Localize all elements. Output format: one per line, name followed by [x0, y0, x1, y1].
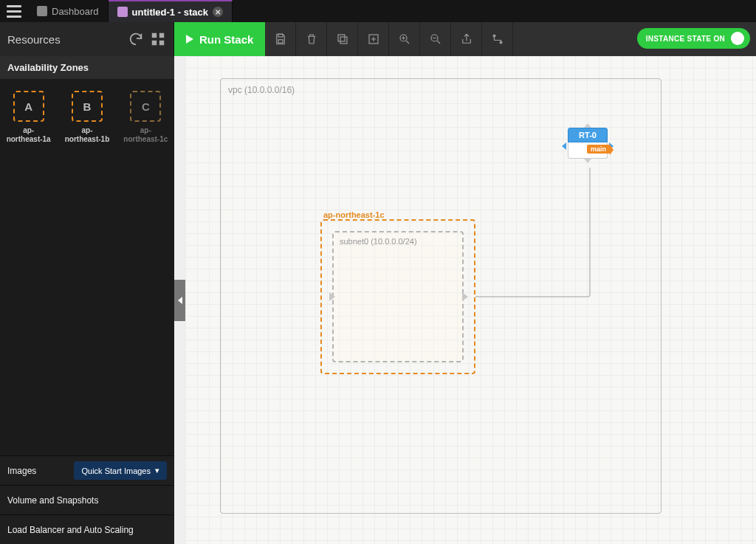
duplicate-button[interactable]	[327, 22, 358, 56]
svg-rect-0	[152, 33, 157, 38]
panel-volumes[interactable]: Volume and Snapshots	[0, 485, 174, 514]
svg-rect-1	[159, 33, 164, 38]
panel-images[interactable]: Images Quick Start Images ▾	[0, 455, 174, 485]
close-icon[interactable]: ✕	[213, 7, 223, 17]
panel-lb-label: Load Balancer and Auto Scaling	[7, 525, 134, 535]
svg-point-11	[493, 35, 495, 37]
sidebar: Availability Zones A ap-northeast-1a B a…	[0, 56, 174, 544]
instance-state-toggle[interactable]: INSTANCE STATE ON	[637, 28, 750, 49]
subnet-box[interactable]: subnet0 (10.0.0.0/24)	[332, 231, 464, 362]
caret-down-icon: ▾	[155, 466, 159, 475]
az-box: C	[130, 91, 161, 122]
route-table-node[interactable]: RT-0 main	[568, 123, 608, 163]
az-item-a[interactable]: A ap-northeast-1a	[6, 91, 51, 144]
svg-rect-4	[278, 34, 283, 37]
add-button[interactable]	[358, 22, 389, 56]
svg-rect-5	[278, 40, 283, 44]
rt-port-down-icon[interactable]	[584, 159, 591, 163]
play-icon	[186, 35, 193, 44]
grid-icon[interactable]	[150, 31, 166, 47]
run-stack-button[interactable]: Run Stack	[174, 22, 265, 56]
rt-port-left-icon[interactable]	[562, 142, 566, 150]
tab-dashboard-label: Dashboard	[52, 6, 99, 17]
az-box: A	[13, 91, 44, 122]
zoom-in-button[interactable]	[389, 22, 420, 56]
tab-stack-label: untitled-1 - stack	[132, 7, 208, 18]
vpc-container[interactable]: vpc (10.0.0.0/16) ap-northeast-1c subnet…	[220, 78, 662, 514]
subnet-label: subnet0 (10.0.0.0/24)	[340, 237, 456, 246]
section-availability-zones[interactable]: Availability Zones	[0, 56, 174, 79]
svg-rect-3	[159, 41, 164, 45]
panel-loadbalancer[interactable]: Load Balancer and Auto Scaling	[0, 514, 174, 544]
collapse-sidebar-handle[interactable]	[174, 280, 185, 321]
az-zone[interactable]: ap-northeast-1c subnet0 (10.0.0.0/24)	[320, 219, 475, 374]
save-button[interactable]	[265, 22, 296, 56]
svg-point-12	[500, 41, 502, 44]
subnet-port-left-icon[interactable]	[329, 292, 335, 301]
az-label: ap-northeast-1a	[6, 126, 51, 144]
panel-images-label: Images	[7, 466, 36, 476]
sidebar-title: Resources	[7, 33, 122, 46]
tab-dashboard[interactable]: Dashboard	[28, 0, 109, 22]
az-item-c[interactable]: C ap-northeast-1c	[123, 91, 168, 144]
zoom-out-button[interactable]	[420, 22, 451, 56]
tab-stack[interactable]: untitled-1 - stack ✕	[109, 0, 233, 22]
instance-state-label: INSTANCE STATE ON	[646, 35, 725, 43]
az-box: B	[72, 91, 103, 122]
run-stack-label: Run Stack	[199, 33, 253, 46]
quick-start-images-button[interactable]: Quick Start Images ▾	[74, 461, 167, 480]
refresh-icon[interactable]	[128, 31, 144, 47]
export-button[interactable]	[451, 22, 482, 56]
canvas[interactable]: vpc (10.0.0.0/16) ap-northeast-1c subnet…	[185, 56, 756, 544]
toggle-knob	[731, 32, 744, 45]
stack-icon	[117, 7, 128, 17]
rt-name: RT-0	[568, 128, 608, 142]
connections-button[interactable]	[482, 22, 513, 56]
az-item-b[interactable]: B ap-northeast-1b	[64, 91, 109, 144]
svg-rect-2	[152, 41, 157, 45]
panel-volumes-label: Volume and Snapshots	[7, 495, 98, 506]
svg-rect-6	[338, 35, 345, 41]
svg-rect-7	[340, 37, 347, 44]
subnet-port-right-icon[interactable]	[462, 292, 468, 301]
az-label: ap-northeast-1b	[64, 126, 109, 144]
az-label: ap-northeast-1c	[123, 126, 168, 144]
dashboard-icon	[37, 6, 47, 16]
az-zone-label: ap-northeast-1c	[323, 210, 385, 219]
menu-button[interactable]	[0, 0, 28, 22]
quick-start-label: Quick Start Images	[81, 466, 151, 475]
vpc-label: vpc (10.0.0.0/16)	[228, 85, 653, 95]
delete-button[interactable]	[296, 22, 327, 56]
rt-main-tag: main	[587, 145, 610, 154]
